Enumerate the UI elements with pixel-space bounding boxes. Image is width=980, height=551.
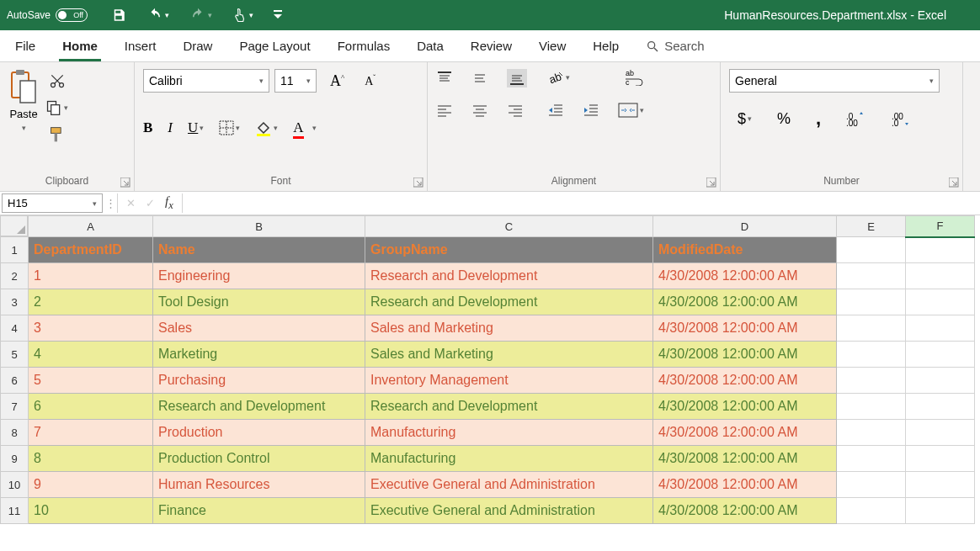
header-cell[interactable]: GroupName <box>365 237 653 263</box>
tab-draw[interactable]: Draw <box>179 32 216 61</box>
col-header-B[interactable]: B <box>153 216 365 237</box>
name-box[interactable]: H15▾ <box>2 193 103 213</box>
touch-mode-icon[interactable]: ▾ <box>232 7 253 24</box>
cell[interactable]: Research and Development <box>365 263 653 289</box>
cell[interactable]: Tool Design <box>153 289 365 315</box>
cell[interactable]: 4/30/2008 12:00:00 AM <box>653 289 837 315</box>
cell[interactable]: 6 <box>29 394 153 420</box>
row-header-6[interactable]: 6 <box>1 368 29 394</box>
copy-button[interactable]: ▾ <box>45 99 68 116</box>
cell[interactable] <box>906 368 975 394</box>
increase-decimal-button[interactable]: .0.00 <box>846 111 866 126</box>
tab-formulas[interactable]: Formulas <box>334 32 394 61</box>
cell[interactable] <box>906 420 975 446</box>
header-cell[interactable]: Name <box>153 237 365 263</box>
row-header-8[interactable]: 8 <box>1 420 29 446</box>
cell[interactable]: Inventory Management <box>365 368 653 394</box>
cell[interactable]: 4/30/2008 12:00:00 AM <box>653 498 837 524</box>
row-header-3[interactable]: 3 <box>1 289 29 315</box>
row-header-1[interactable]: 1 <box>1 237 29 263</box>
align-bottom-button[interactable] <box>507 69 527 87</box>
cell[interactable]: Human Resources <box>153 472 365 498</box>
cell[interactable] <box>906 315 975 342</box>
tab-file[interactable]: File <box>12 32 39 61</box>
cell[interactable]: Finance <box>153 498 365 524</box>
cell[interactable] <box>906 289 975 315</box>
orientation-button[interactable]: ab▾ <box>547 69 570 86</box>
cell[interactable]: 4 <box>29 342 153 368</box>
cell[interactable]: Purchasing <box>153 368 365 394</box>
increase-indent-button[interactable] <box>583 103 599 117</box>
decrease-font-button[interactable]: Aˇ <box>365 74 375 88</box>
autosave-toggle[interactable]: AutoSave Off <box>7 8 88 22</box>
cell[interactable] <box>837 420 906 446</box>
cell[interactable]: 1 <box>29 263 153 289</box>
col-header-A[interactable]: A <box>29 216 153 237</box>
align-right-button[interactable] <box>507 104 524 118</box>
font-size-select[interactable]: 11▾ <box>274 69 317 93</box>
col-header-F[interactable]: F <box>906 216 975 237</box>
decrease-indent-button[interactable] <box>547 103 564 117</box>
cell[interactable] <box>837 289 906 315</box>
cell[interactable]: 9 <box>29 472 153 498</box>
cell[interactable]: 5 <box>29 368 153 394</box>
decrease-decimal-button[interactable]: .00.0 <box>892 111 912 126</box>
number-format-select[interactable]: General▾ <box>729 69 940 93</box>
cell[interactable]: Research and Development <box>365 394 653 420</box>
select-all-button[interactable] <box>1 216 28 236</box>
cell[interactable]: Executive General and Administration <box>365 472 653 498</box>
borders-button[interactable]: ▾ <box>219 120 240 135</box>
tab-help[interactable]: Help <box>589 32 622 61</box>
percent-format-button[interactable]: % <box>777 110 791 128</box>
col-header-D[interactable]: D <box>653 216 837 237</box>
align-center-button[interactable] <box>471 104 488 118</box>
cell[interactable]: Sales <box>153 315 365 342</box>
merge-center-button[interactable]: ▾ <box>618 103 644 118</box>
cell[interactable]: 7 <box>29 420 153 446</box>
wrap-text-button[interactable]: abc <box>624 69 644 86</box>
tab-insert[interactable]: Insert <box>121 32 160 61</box>
increase-font-button[interactable]: A^ <box>330 72 344 90</box>
cell[interactable] <box>837 342 906 368</box>
cell[interactable]: 2 <box>29 289 153 315</box>
col-header-E[interactable]: E <box>837 216 906 237</box>
number-dialog-launcher[interactable] <box>949 177 959 188</box>
cell[interactable]: Sales and Marketing <box>365 315 653 342</box>
cell[interactable]: Executive General and Administration <box>365 498 653 524</box>
paste-button[interactable]: Paste ▾ <box>8 69 39 132</box>
cell[interactable]: 10 <box>29 498 153 524</box>
cell[interactable] <box>837 498 906 524</box>
cell[interactable]: 4/30/2008 12:00:00 AM <box>653 368 837 394</box>
cell[interactable]: 4/30/2008 12:00:00 AM <box>653 420 837 446</box>
font-name-select[interactable]: Calibri▾ <box>143 69 269 93</box>
redo-icon[interactable]: ▾ <box>189 8 212 23</box>
cell[interactable]: 4/30/2008 12:00:00 AM <box>653 315 837 342</box>
row-header-2[interactable]: 2 <box>1 263 29 289</box>
col-header-C[interactable]: C <box>365 216 653 237</box>
row-header-11[interactable]: 11 <box>1 498 29 524</box>
undo-icon[interactable]: ▾ <box>146 8 169 23</box>
cell[interactable] <box>906 342 975 368</box>
row-header-5[interactable]: 5 <box>1 342 29 368</box>
cut-button[interactable] <box>45 72 68 89</box>
cell[interactable]: 8 <box>29 446 153 472</box>
comma-format-button[interactable]: , <box>816 108 821 130</box>
tab-search[interactable]: Search <box>642 32 708 61</box>
cancel-formula-button[interactable]: ✕ <box>126 197 136 209</box>
cell[interactable] <box>837 263 906 289</box>
worksheet-grid[interactable]: ABCDEF1DepartmentIDNameGroupNameModified… <box>0 215 980 524</box>
clipboard-dialog-launcher[interactable] <box>120 177 130 188</box>
alignment-dialog-launcher[interactable] <box>706 177 716 188</box>
bold-button[interactable]: B <box>143 119 152 136</box>
save-icon[interactable] <box>111 8 126 23</box>
cell[interactable]: Marketing <box>153 342 365 368</box>
row-header-7[interactable]: 7 <box>1 394 29 420</box>
tab-data[interactable]: Data <box>413 32 447 61</box>
row-header-4[interactable]: 4 <box>1 315 29 342</box>
cell[interactable] <box>906 498 975 524</box>
align-left-button[interactable] <box>436 104 453 118</box>
font-dialog-launcher[interactable] <box>413 177 423 188</box>
tab-review[interactable]: Review <box>467 32 515 61</box>
name-box-expand[interactable]: ⋮ <box>104 193 118 213</box>
row-header-9[interactable]: 9 <box>1 446 29 472</box>
